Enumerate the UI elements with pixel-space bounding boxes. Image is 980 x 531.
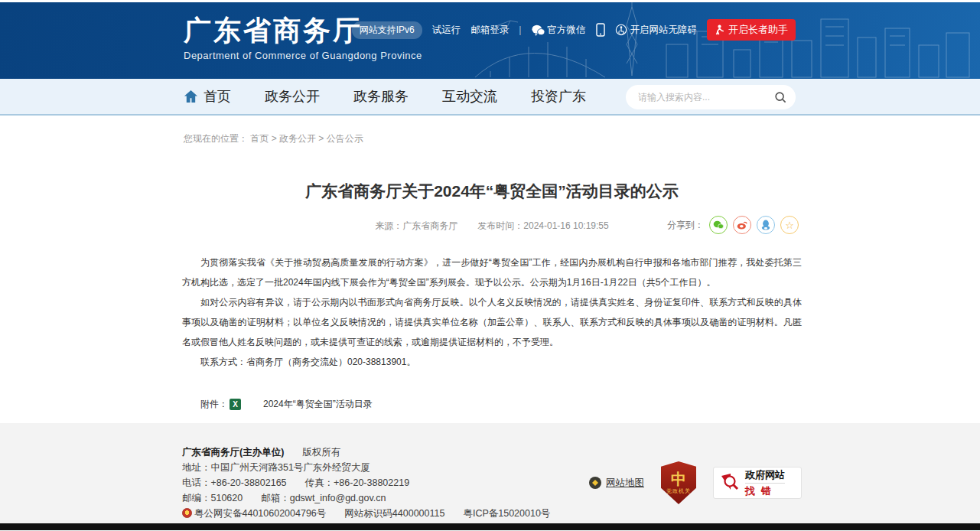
breadcrumb-label: 您现在的位置：	[184, 133, 248, 144]
wechat-icon	[532, 24, 545, 36]
footer-copyright: 版权所有	[302, 447, 340, 458]
city-skyline-graphic	[475, 2, 980, 79]
share-label: 分享到：	[667, 219, 704, 232]
security-record-link[interactable]: 粤公网安备44010602004796号	[194, 508, 326, 519]
search-input[interactable]	[638, 92, 774, 103]
site-header: 广东省商务厅 Department of Commerce of Guangdo…	[0, 2, 980, 79]
article-paragraph: 为贯彻落实我省《关于推动贸易高质量发展的行动方案》，进一步做好“粤贸全国”工作，…	[182, 252, 802, 292]
footer-inner: 广东省商务厅(主办单位)版权所有 地址：中国广州天河路351号广东外经贸大厦 电…	[182, 445, 802, 521]
article-paragraph: 联系方式：省商务厅（商务交流处）020-38813901。	[182, 352, 802, 372]
nav-items: 首页 政务公开 政务服务 互动交流 投资广东	[184, 87, 586, 106]
footer-right: 网站地图 中 党政机关 政府网站 找错	[589, 461, 802, 504]
breadcrumb: 您现在的位置： 首页 > 政务公开 > 公告公示	[184, 132, 980, 145]
article-paragraph: 如对公示内容有异议，请于公示期内以书面形式向省商务厅反映。以个人名义反映情况的，…	[182, 292, 802, 352]
article-publish-time: 发布时间：2024-01-16 10:19:55	[477, 220, 608, 231]
ipv6-badge: 网站支持IPv6	[352, 21, 422, 39]
site-title-en: Department of Commerce of Guangdong Prov…	[184, 50, 422, 61]
breadcrumb-path[interactable]: 首页 > 政务公开 > 公告公示	[250, 133, 363, 144]
footer-fax: 传真：+86-20-38802219	[305, 477, 410, 488]
share-block: 分享到：	[667, 216, 799, 234]
elder-person-icon	[715, 24, 724, 35]
footer-email: 邮箱：gdswt_info@gd.gov.cn	[261, 493, 386, 503]
footer-copyright-line: 广东省商务厅(主办单位)版权所有	[182, 445, 802, 460]
trial-run-label: 试运行	[432, 24, 461, 37]
wechat-link[interactable]: 官方微信	[532, 24, 586, 37]
accessibility-icon	[615, 24, 627, 36]
elder-mode-button[interactable]: 开启长者助手	[707, 19, 796, 41]
mobile-phone-icon	[596, 23, 605, 37]
search-icon[interactable]	[774, 91, 786, 103]
search-box[interactable]	[626, 85, 796, 109]
article-title: 广东省商务厅关于2024年“粤贸全国”活动目录的公示	[182, 181, 802, 202]
qq-share-icon[interactable]	[757, 216, 775, 234]
party-gov-badge[interactable]: 中 党政机关	[661, 461, 696, 504]
main-nav: 首页 政务公开 政务服务 互动交流 投资广东	[0, 79, 980, 116]
badge-text: 党政机关	[666, 487, 691, 495]
nav-item-interaction[interactable]: 互动交流	[442, 87, 497, 106]
divider: |	[519, 24, 521, 35]
article: 广东省商务厅关于2024年“粤贸全国”活动目录的公示 来源：广东省商务厅发布时间…	[182, 181, 802, 459]
nav-item-gov-info[interactable]: 政务公开	[265, 87, 320, 106]
footer-postcode: 邮编：510620	[182, 493, 243, 503]
nav-item-invest[interactable]: 投资广东	[531, 87, 586, 106]
attachment-label: 附件：	[182, 398, 228, 411]
mail-login-link[interactable]: 邮箱登录	[470, 24, 509, 37]
page: 广东省商务厅 Department of Commerce of Guangdo…	[0, 0, 980, 531]
footer-phone: 电话：+86-20-38802165	[182, 477, 287, 488]
excel-file-icon: X	[230, 399, 241, 410]
article-body: 为贯彻落实我省《关于推动贸易高质量发展的行动方案》，进一步做好“粤贸全国”工作，…	[182, 252, 802, 372]
footer-records-line: 粤公网安备44010602004796号网站标识码4400000115粤ICP备…	[182, 506, 802, 521]
mobile-version-link[interactable]	[596, 23, 605, 37]
sitemap-icon	[589, 477, 601, 489]
article-meta: 来源：广东省商务厅发布时间：2024-01-16 10:19:55 分享到：	[182, 216, 802, 236]
site-footer: 广东省商务厅(主办单位)版权所有 地址：中国广州天河路351号广东外经贸大厦 电…	[0, 423, 980, 523]
footer-org: 广东省商务厅(主办单位)	[182, 447, 284, 458]
icp-record-link[interactable]: 粤ICP备15020010号	[463, 508, 550, 519]
bottom-bar	[0, 523, 980, 530]
sitemap-link[interactable]: 网站地图	[589, 477, 644, 490]
nav-item-gov-services[interactable]: 政务服务	[353, 87, 409, 106]
header-top-links: 网站支持IPv6 试运行 邮箱登录 | 官方微信	[352, 19, 796, 41]
home-icon	[184, 90, 198, 103]
error-logo-line1: 政府网站	[745, 469, 785, 481]
wechat-share-icon[interactable]	[709, 216, 728, 234]
attachment-row: 附件： X 2024年“粤贸全国”活动目录	[182, 398, 802, 411]
article-source: 来源：广东省商务厅	[375, 220, 457, 231]
gov-site-error-report-logo[interactable]: 政府网站 找错	[713, 467, 802, 499]
error-magnifier-icon	[720, 473, 740, 493]
nav-item-home[interactable]: 首页	[184, 87, 231, 106]
accessibility-link[interactable]: 开启网站无障碍	[615, 24, 698, 37]
error-logo-line2: 找错	[745, 483, 785, 497]
site-code: 网站标识码4400000115	[344, 508, 444, 519]
badge-emblem-glyph: 中	[671, 471, 686, 487]
public-security-emblem-icon	[182, 508, 192, 518]
weibo-share-icon[interactable]	[733, 216, 751, 234]
attachment-link[interactable]: 2024年“粤贸全国”活动目录	[245, 398, 373, 411]
qzone-share-icon[interactable]: ☆	[780, 216, 799, 234]
